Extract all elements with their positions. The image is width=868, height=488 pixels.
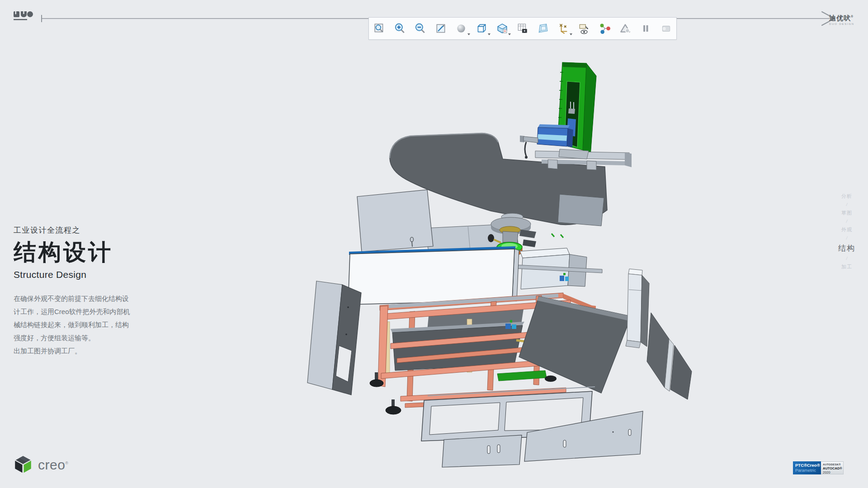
section-view-icon (496, 23, 508, 34)
geometry-check-button[interactable] (615, 18, 635, 39)
page-title: 结构设计 (14, 240, 136, 265)
zoom-in-button[interactable] (389, 18, 410, 39)
model-front-panel (348, 246, 519, 305)
stage-nav-separator: / (846, 202, 848, 207)
stage-nav-separator: / (846, 235, 848, 241)
ptc-badge-line2: Parametric (795, 468, 821, 473)
stage-nav-separator: / (846, 219, 848, 224)
stage-nav-item-analysis[interactable]: 分析 (841, 193, 852, 200)
creo-logo: creo® (14, 455, 69, 475)
brand-registered-mark: ® (851, 15, 854, 18)
model-right-sheet-panels (626, 269, 692, 399)
model-right-dark-plate (519, 296, 631, 393)
datum-display-button[interactable] (553, 18, 574, 39)
model-actuator (520, 124, 573, 159)
annotation-display-icon (578, 23, 590, 34)
autodesk-autocad-badge: AUTODESK® AUTOCAD® 2020 (821, 461, 844, 474)
page: 迪优吠® DUO DESIGN (0, 0, 868, 488)
zoom-out-icon (414, 23, 426, 34)
model-bottom-panels (421, 387, 643, 467)
annotation-display-button[interactable] (574, 18, 594, 39)
duo-logo-icon (14, 10, 33, 23)
zoom-in-icon (394, 23, 406, 34)
model-side-tank (514, 248, 602, 289)
hero-paragraph-1: 在确保外观不变的前提下去细化结构设计工作，运用Creo软件把外壳和内部机械结构链… (14, 292, 132, 344)
pause-icon (640, 23, 651, 34)
section-view-button[interactable] (492, 18, 512, 39)
display-style-button[interactable] (472, 18, 492, 39)
spin-center-icon (599, 23, 610, 34)
brand-lockup: 迪优吠® DUO DESIGN (829, 13, 861, 25)
model-left-side-panel (307, 281, 361, 395)
datum-display-icon (558, 23, 570, 34)
model-spindle-flange (488, 213, 563, 256)
model-cover-hood (390, 133, 607, 226)
stage-nav-item-appearance[interactable]: 外观 (841, 226, 852, 233)
spin-center-button[interactable] (594, 18, 615, 39)
stage-nav: 分析 / 草图 / 外观 / 结构 / 加工 (832, 192, 862, 272)
creo-wordmark: creo® (38, 457, 69, 473)
hero-kicker: 工业设计全流程之 (14, 225, 136, 235)
pause-button[interactable] (635, 18, 656, 39)
creo-cube-icon (14, 455, 33, 475)
refit-icon (373, 23, 385, 34)
model-tower-housing (557, 62, 596, 156)
duo-logo (14, 10, 33, 23)
model-linear-rails (535, 149, 632, 170)
hero-block: 工业设计全流程之 结构设计 Structure Design 在确保外观不变的前… (14, 225, 136, 357)
stage-nav-item-sketch[interactable]: 草图 (841, 210, 852, 216)
brand-tagline: DUO DESIGN (829, 23, 861, 25)
repaint-button[interactable] (430, 18, 451, 39)
zoom-out-button[interactable] (410, 18, 430, 39)
software-badges: PTC®Creo® Parametric AUTODESK® AUTOCAD® … (793, 461, 844, 474)
exit-button[interactable] (656, 18, 676, 39)
ptc-creo-badge: PTC®Creo® Parametric (793, 461, 821, 474)
perspective-view-icon (537, 23, 549, 34)
shading-icon (455, 23, 467, 34)
stage-nav-separator: / (846, 256, 848, 261)
stage-nav-item-structure[interactable]: 结构 (838, 245, 855, 252)
autodesk-badge-line3: 2020 (823, 470, 843, 474)
model-back-panels (357, 190, 519, 252)
geometry-check-icon (619, 23, 631, 34)
shading-button[interactable] (451, 18, 471, 39)
refit-button[interactable] (369, 18, 389, 39)
saved-views-button[interactable] (512, 18, 533, 39)
exit-icon (660, 23, 672, 34)
saved-views-icon (517, 23, 528, 34)
display-style-icon (476, 23, 487, 34)
autodesk-badge-line2: AUTOCAD® (823, 466, 843, 470)
hero-description: 在确保外观不变的前提下去细化结构设计工作，运用Creo软件把外壳和内部机械结构链… (14, 292, 132, 357)
model-leveling-feet (370, 372, 576, 414)
repaint-icon (435, 23, 447, 34)
stage-nav-item-machining[interactable]: 加工 (841, 263, 852, 270)
autodesk-badge-line1: AUTODESK® (823, 463, 843, 466)
perspective-view-button[interactable] (533, 18, 553, 39)
creo-registered-mark: ® (65, 461, 68, 465)
model-weld-frame (378, 293, 596, 408)
graphics-toolbar (368, 17, 677, 40)
page-subtitle: Structure Design (14, 269, 136, 280)
hero-paragraph-2: 出加工图并协调工厂。 (14, 344, 132, 357)
brand-name: 迪优吠® (829, 13, 861, 22)
ptc-badge-line1: PTC®Creo® (795, 463, 821, 468)
